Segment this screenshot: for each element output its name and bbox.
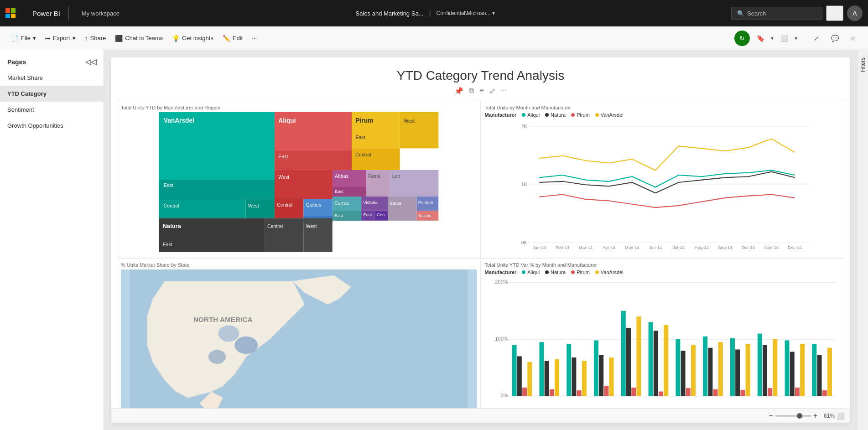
aliqui-dot (522, 113, 525, 117)
vanarsdel-dot (595, 113, 599, 117)
svg-rect-1 (11, 8, 16, 13)
legend-pirum: Pirum (571, 112, 590, 118)
visual-more-icon[interactable]: ··· (501, 87, 507, 95)
svg-text:VanArsdel: VanArsdel (164, 117, 194, 124)
svg-rect-84 (549, 389, 554, 396)
zoom-in-button[interactable]: + (813, 412, 817, 420)
share-button[interactable]: ↑ Share (81, 32, 110, 45)
main-layout: Pages ◁◁ Market Share YTD Category Senti… (0, 50, 868, 430)
nav-center: Sales and Marketing Sa... | Confidential… (124, 9, 727, 17)
bookmark-chevron[interactable]: ▾ (771, 35, 774, 41)
pin-icon[interactable]: 📌 (454, 87, 463, 95)
svg-text:Salvus: Salvus (418, 213, 431, 218)
zoom-slider[interactable] (775, 415, 811, 417)
svg-text:Central: Central (355, 152, 371, 157)
fullscreen-button[interactable]: ⤢ (809, 31, 824, 46)
bar-chart-svg: 200% 100% 0% (485, 277, 841, 408)
svg-rect-86 (567, 343, 571, 396)
svg-rect-123 (817, 355, 821, 396)
svg-text:100%: 100% (495, 336, 508, 341)
search-box[interactable]: 🔍 Search (731, 7, 822, 20)
svg-text:Central: Central (267, 223, 283, 229)
line-chart-container[interactable]: 2K 1K 0K Jan-14 Feb-14 Mar-14 Apr-14 (485, 119, 841, 250)
svg-text:Central: Central (164, 203, 179, 208)
view-button[interactable]: ⬜ (776, 31, 792, 46)
manufacturer-label: Manufacturer (485, 112, 517, 118)
report-title: YTD Category Trend Analysis (111, 57, 850, 87)
refresh-button[interactable]: ↻ (734, 31, 750, 46)
pages-label: Pages (7, 58, 26, 66)
file-icon: 📄 (11, 35, 19, 42)
svg-rect-124 (822, 390, 826, 396)
bar-legend-pirum: Pirum (571, 269, 590, 275)
star-button[interactable]: ☆ (845, 31, 861, 46)
svg-rect-82 (539, 342, 544, 396)
svg-rect-125 (827, 347, 832, 396)
svg-text:Abbas: Abbas (335, 173, 348, 179)
fit-page-button[interactable]: ⬜ (837, 412, 844, 420)
view-chevron[interactable]: ▾ (795, 35, 797, 41)
sidebar-item-ytd-category[interactable]: YTD Category (0, 86, 104, 102)
svg-text:West: West (248, 203, 259, 208)
zoom-out-button[interactable]: − (769, 412, 773, 420)
svg-rect-7 (159, 199, 245, 218)
svg-rect-110 (730, 338, 734, 396)
svg-rect-122 (812, 343, 816, 396)
legend-vanarsdel: VanArsdel (595, 112, 624, 118)
svg-text:East: East (163, 242, 172, 247)
svg-rect-109 (718, 342, 722, 396)
svg-text:Jul-14: Jul-14 (672, 245, 685, 250)
line-chart-svg: 2K 1K 0K Jan-14 Feb-14 Mar-14 Apr-14 (485, 119, 841, 250)
toolbar-more-button[interactable]: ··· (248, 32, 260, 44)
bar-natura-dot (545, 270, 549, 274)
zoom-thumb[interactable] (797, 413, 802, 419)
bookmark-button[interactable]: 🔖 (753, 31, 768, 46)
legend-natura: Natura (545, 112, 566, 118)
edit-button[interactable]: ✏️ Edit (219, 32, 246, 45)
sidebar-item-market-share[interactable]: Market Share (0, 70, 104, 86)
workspace-label[interactable]: My workspace (82, 10, 120, 17)
chat-in-teams-button[interactable]: ⬛ Chat in Teams (111, 32, 166, 45)
vanarsdel-line (539, 139, 795, 170)
treemap-container[interactable]: VanArsdel East Central West Aliqui (121, 112, 477, 252)
map-panel: % Units Market Share by State (117, 258, 481, 415)
natura-dot (545, 113, 549, 117)
svg-rect-119 (790, 352, 794, 396)
svg-rect-98 (648, 322, 653, 396)
comments-button[interactable]: 💬 (827, 31, 842, 46)
nav-right: 🔍 Search ⋯ A (731, 5, 863, 21)
nav-more-button[interactable]: ⋯ (826, 5, 843, 21)
sidebar-collapse-button[interactable]: ◁◁ (85, 57, 96, 66)
svg-rect-95 (626, 328, 631, 396)
sidebar-item-growth-opportunities[interactable]: Growth Opportunities (0, 118, 104, 134)
svg-rect-118 (785, 340, 789, 396)
svg-text:West: West (306, 223, 317, 229)
sidebar: Pages ◁◁ Market Share YTD Category Senti… (0, 50, 104, 430)
svg-text:Aliqui: Aliqui (278, 117, 296, 124)
map-container[interactable]: NORTH AMERICA (121, 269, 477, 409)
export-button[interactable]: ↦ Export ▾ (42, 32, 79, 45)
file-button[interactable]: 📄 File ▾ (7, 32, 40, 45)
nav-divider-2 (68, 6, 69, 20)
svg-text:West: West (278, 174, 289, 180)
bar-chart-container[interactable]: 200% 100% 0% (485, 277, 841, 408)
microsoft-logo[interactable] (5, 8, 16, 18)
copy-icon[interactable]: ⧉ (469, 87, 474, 95)
svg-text:Victoria: Victoria (363, 200, 378, 205)
focus-icon[interactable]: ⤢ (489, 87, 495, 95)
treemap-cell-barba[interactable] (388, 197, 416, 221)
bar-legend-vanarsdel: VanArsdel (595, 269, 624, 275)
svg-rect-120 (795, 387, 799, 396)
avatar[interactable]: A (847, 5, 863, 21)
svg-text:Fama: Fama (368, 173, 380, 179)
svg-rect-89 (582, 361, 586, 396)
chevron-down-icon[interactable]: ▾ (492, 10, 495, 16)
get-insights-button[interactable]: 💡 Get insights (168, 32, 217, 45)
svg-text:Quibus: Quibus (306, 202, 321, 207)
toolbar-right: ↻ 🔖 ▾ ⬜ ▾ ⤢ 💬 ☆ (734, 31, 861, 46)
filters-label[interactable]: Filters (860, 57, 866, 73)
format-icon[interactable]: ≡ (479, 87, 483, 95)
sidebar-item-sentiment[interactable]: Sentiment (0, 102, 104, 118)
svg-text:East: East (164, 182, 173, 188)
svg-text:200%: 200% (495, 279, 508, 284)
